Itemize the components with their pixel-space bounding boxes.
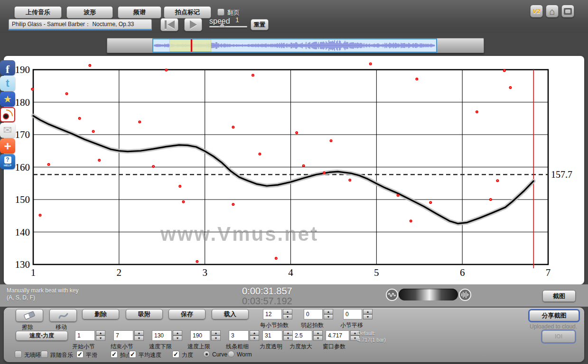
snap-button[interactable]: 吸附 — [126, 309, 163, 319]
option-label-2: 平滑 — [86, 351, 97, 359]
param-stepper-step-down-5[interactable]: ▼ — [283, 336, 293, 341]
param-stepper-step-down-4[interactable]: ▼ — [250, 336, 259, 341]
param-stepper-step-up-3[interactable]: ▲ — [211, 330, 221, 336]
beats-stepper-step-up-2[interactable]: ▲ — [363, 309, 373, 314]
param-stepper-step-up-2[interactable]: ▲ — [173, 330, 182, 336]
beats-stepper-step-up-0[interactable]: ▲ — [283, 309, 292, 314]
load-button[interactable]: 载入 — [212, 309, 249, 319]
param-stepper-label-3: 速度上限 — [187, 343, 210, 351]
beats-stepper-label-0: 每小节拍数 — [260, 321, 289, 329]
param-stepper-step-up-6[interactable]: ▲ — [313, 330, 323, 336]
option-label-1: 跟随音乐 — [50, 351, 73, 359]
option-checkbox-5[interactable]: ✓ — [172, 351, 179, 358]
twitter-icon[interactable]: t — [0, 76, 15, 91]
param-stepper-label-2: 速度下限 — [149, 343, 172, 351]
waveform-button[interactable]: 波形 — [66, 6, 113, 18]
beats-stepper-value-2[interactable]: 0 — [343, 309, 362, 319]
delete-button[interactable]: 删除 — [82, 309, 119, 319]
volume-slider[interactable] — [399, 289, 458, 300]
beats-stepper-value-1[interactable]: 0 — [304, 309, 323, 319]
param-stepper-stepper-3: ▲▼ — [211, 330, 221, 341]
svg-text:5: 5 — [374, 267, 379, 278]
speed-slider[interactable] — [209, 26, 247, 27]
weibo-icon[interactable] — [0, 107, 15, 122]
ioi-button[interactable]: IOI — [542, 330, 575, 343]
beat-key-hint: Manually mark beat with key (A, S, D, F) — [7, 287, 78, 301]
svg-text:140: 140 — [15, 227, 30, 238]
param-stepper-label-6: 力度放大 — [289, 343, 312, 351]
screenshot-button[interactable]: 截图 — [542, 290, 576, 302]
svg-text:1: 1 — [31, 267, 36, 278]
beat-mark-button[interactable]: 拍点标记 — [164, 6, 211, 18]
tempo-dynamics-mode-button[interactable]: 速度-力度 — [16, 331, 68, 341]
param-stepper-step-up-1[interactable]: ▲ — [134, 330, 144, 336]
v2-icon: V2 — [533, 8, 541, 15]
param-stepper-value-7[interactable]: 4.717 — [326, 330, 349, 341]
waveform-overview-bar[interactable] — [107, 38, 484, 53]
beats-stepper-value-0[interactable]: 12 — [263, 309, 282, 319]
save-button[interactable]: 保存 — [168, 309, 205, 319]
param-stepper-value-3[interactable]: 190 — [190, 330, 210, 341]
page-flip-checkbox[interactable] — [217, 9, 224, 16]
tempo-chart[interactable]: 1301401501601701801901234567157.7 — [4, 56, 584, 284]
help-icon[interactable]: ? HELP — [0, 154, 15, 169]
option-checkbox-1[interactable] — [41, 351, 48, 358]
param-stepper-step-down-1[interactable]: ▼ — [134, 336, 144, 341]
reset-button[interactable]: 重置 — [251, 19, 269, 30]
time-current: 0:00:31.857 — [242, 286, 292, 297]
v2-version-badge[interactable]: V2 — [530, 5, 543, 18]
speed-value: 1 — [235, 16, 239, 24]
volume-wave-icon[interactable] — [386, 289, 398, 301]
param-stepper-stepper-4: ▲▼ — [250, 330, 259, 341]
param-stepper-step-down-6[interactable]: ▼ — [313, 336, 323, 341]
param-stepper-label-0: 开始小节 — [72, 343, 95, 351]
share-plus-icon[interactable]: + — [0, 138, 15, 154]
param-stepper-value-6[interactable]: 2.5 — [292, 330, 312, 341]
param-stepper-value-5[interactable]: 31 — [262, 330, 282, 341]
svg-text:4: 4 — [288, 267, 293, 278]
param-stepper-value-1[interactable]: 7 — [113, 330, 133, 341]
param-stepper-step-down-0[interactable]: ▼ — [96, 336, 105, 341]
waveform-selection-region[interactable] — [152, 38, 437, 53]
status-strip: Manually mark beat with key (A, S, D, F)… — [0, 284, 588, 307]
erase-tool-button[interactable] — [16, 309, 43, 322]
play-button[interactable] — [184, 18, 202, 31]
option-checkbox-4[interactable]: ✓ — [129, 351, 136, 358]
waveform-small-icon[interactable] — [459, 289, 471, 301]
fullscreen-button[interactable] — [561, 5, 574, 18]
skip-back-button[interactable] — [160, 18, 178, 31]
upload-music-button[interactable]: 上传音乐 — [14, 6, 62, 18]
home-button[interactable]: ⌂ — [546, 5, 559, 18]
display-mode-radio-curve[interactable] — [203, 351, 210, 357]
mail-icon[interactable]: ✉ — [0, 123, 15, 138]
waveform-view-window[interactable] — [169, 39, 211, 52]
track-title-input[interactable]: Philip Glass - Samuel Barber： Nocturne, … — [9, 19, 152, 30]
speed-slider-handle[interactable] — [219, 22, 225, 27]
svg-text:6: 6 — [460, 267, 465, 278]
spectrum-button[interactable]: 频谱 — [118, 6, 161, 18]
svg-text:2: 2 — [117, 267, 121, 278]
param-stepper-step-down-2[interactable]: ▼ — [173, 336, 182, 341]
facebook-icon[interactable]: f — [0, 60, 15, 75]
qzone-icon[interactable]: ★ — [0, 91, 15, 107]
param-stepper-step-down-3[interactable]: ▼ — [211, 336, 221, 341]
waveform-playhead[interactable] — [191, 39, 192, 52]
beats-stepper-step-down-0[interactable]: ▼ — [283, 314, 292, 319]
display-mode-radio-worm[interactable] — [228, 351, 234, 357]
param-stepper-step-up-4[interactable]: ▲ — [250, 330, 259, 336]
share-screenshot-button[interactable]: 分享截图 — [529, 310, 579, 321]
beats-stepper-label-1: 弱起拍数 — [301, 321, 324, 329]
uploaded-note: Uploaded to cloud. — [530, 323, 577, 330]
option-checkbox-0[interactable] — [15, 351, 22, 358]
param-stepper-value-2[interactable]: 130 — [152, 330, 172, 341]
beats-stepper-step-up-1[interactable]: ▲ — [324, 309, 333, 314]
param-stepper-value-0[interactable]: 1 — [75, 330, 95, 341]
param-stepper-step-up-5[interactable]: ▲ — [283, 330, 293, 336]
option-checkbox-3[interactable]: ✓ — [111, 351, 118, 358]
move-tool-button[interactable] — [49, 309, 77, 322]
option-checkbox-2[interactable]: ✓ — [76, 351, 84, 358]
param-stepper-value-4[interactable]: 3 — [229, 330, 249, 341]
beats-stepper-step-down-1[interactable]: ▼ — [324, 314, 333, 319]
param-stepper-step-up-0[interactable]: ▲ — [96, 330, 105, 336]
beats-stepper-step-down-2[interactable]: ▼ — [363, 314, 373, 319]
